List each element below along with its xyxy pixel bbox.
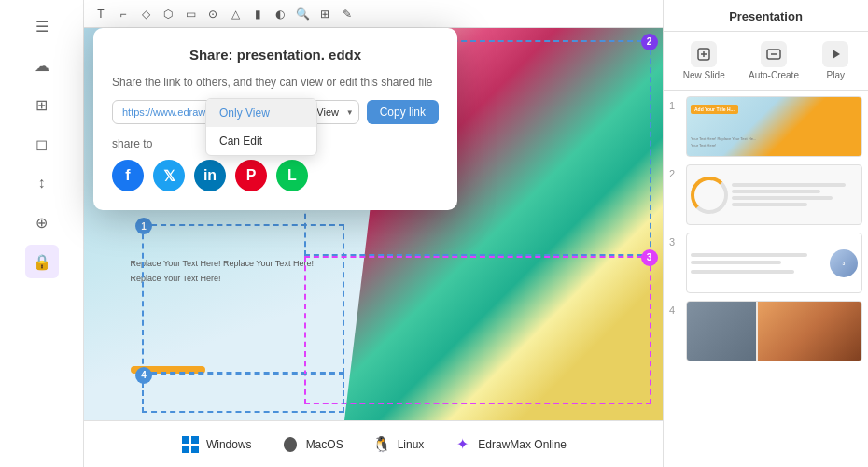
sidebar-grid-icon[interactable]: ⊞ (25, 88, 59, 121)
twitter-button[interactable]: 𝕏 (153, 160, 185, 191)
slide-item-3[interactable]: 3 3 (669, 233, 862, 293)
slide-item-1[interactable]: 1 Add Your Title H... Your Text Here! Re… (669, 96, 862, 157)
pinterest-button[interactable]: P (235, 160, 267, 191)
toolbar-triangle-icon[interactable]: △ (226, 5, 245, 23)
panel-title: Presentation (664, 0, 868, 32)
new-slide-label: New Slide (683, 70, 725, 80)
toolbar-rect-icon[interactable]: ▭ (181, 5, 200, 23)
thumb-2-line-2 (732, 190, 820, 193)
slide-num-3: 3 (669, 233, 680, 248)
toolbar-edit-icon[interactable]: ✎ (338, 5, 357, 23)
thumb-2-line-4 (732, 203, 807, 206)
toolbar-text-icon[interactable]: T (91, 5, 110, 23)
auto-create-icon (761, 41, 787, 67)
right-panel: Presentation New Slide Auto-Create Play … (663, 0, 868, 467)
thumb-3-line1 (691, 253, 807, 257)
line-button[interactable]: L (276, 160, 308, 191)
auto-create-label: Auto-Create (749, 70, 799, 80)
social-row: f 𝕏 in P L (112, 160, 439, 191)
panel-actions: New Slide Auto-Create Play (664, 32, 868, 91)
left-sidebar: ☰ ☁ ⊞ ◻ ↕ ⊕ 🔒 (0, 0, 84, 467)
toolbar-circle-icon[interactable]: ⊙ (203, 5, 222, 23)
slide-thumb-1: Add Your Title H... Your Text Here! Repl… (686, 96, 862, 157)
new-slide-icon (691, 41, 717, 67)
linux-icon: 🐧 (371, 434, 392, 455)
toolbar: T ⌐ ◇ ⬡ ▭ ⊙ △ ▮ ◐ 🔍 ⊞ ✎ (84, 0, 663, 28)
dropdown-only-view[interactable]: Only View (206, 99, 316, 127)
play-icon (822, 41, 848, 67)
thumb-3-circle: 3 (830, 249, 858, 277)
toolbar-cursor-icon[interactable]: ⌐ (114, 5, 133, 23)
slide-thumb-1-title: Add Your Title H... (691, 105, 738, 114)
dropdown-can-edit[interactable]: Can Edit (206, 127, 316, 155)
toolbar-chart-icon[interactable]: ◐ (271, 5, 289, 23)
thumb-2-circle (691, 177, 728, 214)
sidebar-cloud-icon[interactable]: ☁ (25, 49, 59, 82)
edrawmax-label: EdrawMax Online (478, 438, 567, 451)
facebook-button[interactable]: f (112, 160, 144, 191)
bottom-linux[interactable]: 🐧 Linux (371, 434, 425, 455)
thumb-2-line-1 (732, 183, 846, 187)
svg-rect-2 (182, 446, 189, 453)
permission-dropdown: Only View Can Edit (205, 98, 317, 156)
svg-rect-0 (182, 436, 189, 444)
sidebar-add-icon[interactable]: ⊕ (25, 205, 59, 239)
sidebar-resize-icon[interactable]: ↕ (25, 166, 59, 200)
toolbar-diamond-icon[interactable]: ◇ (136, 5, 155, 23)
toolbar-line-icon[interactable]: ▮ (248, 5, 267, 23)
bottom-bar: Windows MacOS 🐧 Linux ✦ EdrawMax Online (84, 420, 663, 467)
macos-label: MacOS (306, 438, 343, 451)
svg-rect-1 (191, 436, 199, 444)
thumb-4-right-img (758, 302, 861, 361)
thumb-3-line3 (691, 270, 794, 274)
slide-item-4[interactable]: 4 (669, 301, 862, 361)
sidebar-shapes-icon[interactable]: ◻ (25, 127, 59, 161)
sidebar-menu-icon[interactable]: ☰ (25, 9, 59, 43)
linux-label: Linux (398, 438, 425, 451)
svg-marker-9 (833, 50, 840, 59)
play-label: Play (827, 70, 845, 80)
play-action[interactable]: Play (822, 41, 848, 80)
auto-create-action[interactable]: Auto-Create (749, 41, 799, 80)
slide-num-4: 4 (669, 301, 680, 316)
slide-thumb-3: 3 (686, 233, 862, 293)
bottom-edrawmax[interactable]: ✦ EdrawMax Online (452, 434, 567, 455)
slide-thumb-4 (686, 301, 862, 361)
toolbar-hexagon-icon[interactable]: ⬡ (159, 5, 177, 23)
slide-orange-bar (131, 366, 205, 374)
slide-item-2[interactable]: 2 (669, 164, 862, 225)
windows-label: Windows (206, 438, 252, 451)
macos-icon (280, 434, 301, 455)
modal-title: Share: presentation. eddx (112, 47, 439, 63)
thumb-2-line-3 (732, 196, 833, 200)
slide-subtitle: Replace Your Text Here! Replace Your Tex… (131, 256, 314, 286)
slide-num-1: 1 (669, 96, 680, 111)
svg-rect-3 (191, 446, 199, 453)
thumb-3-line2 (691, 261, 781, 264)
modal-description: Share the link to others, and they can v… (112, 76, 439, 89)
new-slide-action[interactable]: New Slide (683, 41, 725, 80)
copy-link-button[interactable]: Copy link (367, 100, 439, 124)
thumb-4-left-img (687, 302, 756, 361)
linkedin-button[interactable]: in (194, 160, 226, 191)
thumb-2-lines (732, 183, 858, 206)
toolbar-zoom-icon[interactable]: 🔍 (293, 5, 312, 23)
bottom-windows[interactable]: Windows (180, 434, 252, 455)
slide-list: 1 Add Your Title H... Your Text Here! Re… (664, 91, 868, 464)
sidebar-lock-icon[interactable]: 🔒 (25, 245, 59, 278)
bottom-macos[interactable]: MacOS (280, 434, 343, 455)
toolbar-grid2-icon[interactable]: ⊞ (315, 5, 334, 23)
edrawmax-icon: ✦ (452, 434, 472, 455)
thumb-3-left (687, 249, 824, 277)
slide-num-2: 2 (669, 164, 680, 179)
windows-icon (180, 434, 201, 455)
slide-thumb-2 (686, 164, 862, 225)
